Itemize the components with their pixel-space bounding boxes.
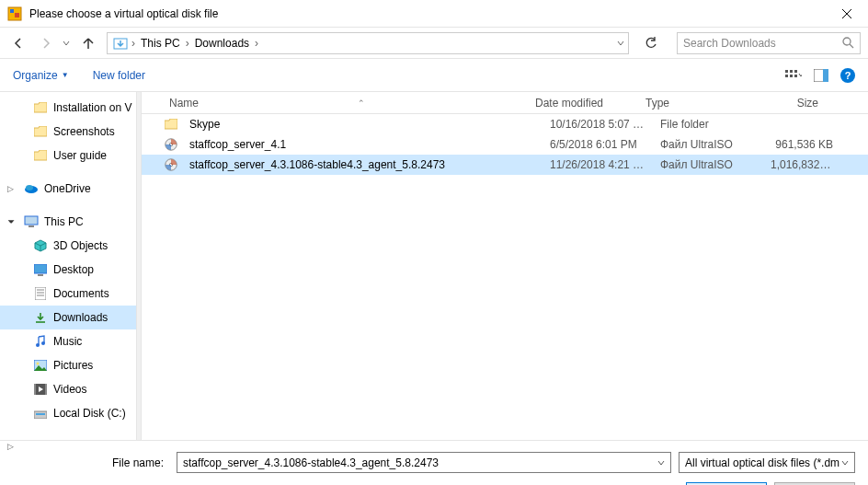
tree-label: Music <box>53 335 82 348</box>
downloads-icon <box>33 310 48 325</box>
filename-input[interactable] <box>183 456 652 469</box>
file-date: 6/5/2018 6:01 PM <box>544 138 655 151</box>
file-row[interactable]: Skype10/16/2018 5:07 PMFile folder <box>142 114 868 134</box>
filename-combobox[interactable] <box>177 452 671 473</box>
search-icon[interactable] <box>842 37 854 49</box>
svg-rect-8 <box>785 70 788 73</box>
svg-point-30 <box>37 363 40 365</box>
tree-label: Downloads <box>53 311 108 324</box>
tree-item-userguide[interactable]: User guide <box>0 144 136 167</box>
svg-point-17 <box>26 185 33 191</box>
filename-label: File name: <box>13 456 169 469</box>
refresh-button[interactable] <box>640 32 662 54</box>
tree-item-thispc[interactable]: ⏷ This PC <box>0 210 136 234</box>
organize-menu[interactable]: Organize ▼ <box>13 69 69 82</box>
file-row[interactable]: staffcop_server_4.3.1086-stable4.3_agent… <box>142 155 868 175</box>
chevron-right-icon[interactable]: › <box>253 37 260 50</box>
history-dropdown[interactable] <box>63 40 72 47</box>
svg-point-27 <box>36 343 40 347</box>
help-button[interactable]: ? <box>840 68 855 83</box>
svg-rect-35 <box>36 413 45 415</box>
address-dropdown[interactable] <box>617 40 624 47</box>
pictures-icon <box>33 358 48 373</box>
tree-item-music[interactable]: Music <box>0 329 136 353</box>
column-header-date[interactable]: Date modified <box>530 97 640 110</box>
svg-line-7 <box>850 44 853 48</box>
svg-point-6 <box>843 38 851 45</box>
tree-item-network[interactable]: ▷ Network <box>0 434 136 440</box>
tree-label: Documents <box>53 287 109 300</box>
tree-item-desktop[interactable]: Desktop <box>0 258 136 282</box>
tree-label: This PC <box>44 215 84 228</box>
tree-item-downloads[interactable]: Downloads <box>0 306 136 329</box>
column-header-type[interactable]: Type <box>640 97 750 110</box>
navigation-bar: › This PC › Downloads › <box>0 28 868 59</box>
column-header-name[interactable]: Name⌃ <box>164 97 530 110</box>
svg-point-28 <box>41 341 45 345</box>
breadcrumb-downloads[interactable]: Downloads <box>191 37 253 50</box>
file-type: Файл UltraISO <box>655 138 765 151</box>
close-button[interactable] <box>826 0 868 28</box>
collapse-icon[interactable]: ⏷ <box>7 217 16 226</box>
filter-label: All virtual optical disk files (*.dm <box>685 456 839 469</box>
tree-label: Desktop <box>53 263 94 276</box>
svg-rect-15 <box>823 69 828 82</box>
desktop-icon <box>33 262 48 277</box>
disk-icon <box>33 406 48 421</box>
tree-item-installation[interactable]: Installation on V <box>0 96 136 120</box>
file-type-filter[interactable]: All virtual optical disk files (*.dm <box>679 452 855 473</box>
svg-rect-22 <box>35 287 46 300</box>
search-input[interactable] <box>683 37 842 50</box>
downloads-location-icon <box>111 34 130 52</box>
file-rows[interactable]: Skype10/16/2018 5:07 PMFile folderstaffc… <box>142 114 868 440</box>
onedrive-icon <box>24 181 39 196</box>
expand-icon[interactable]: ▷ <box>7 184 14 193</box>
folder-icon <box>33 124 48 139</box>
breadcrumb-thispc[interactable]: This PC <box>137 37 184 50</box>
tree-label: User guide <box>53 149 107 162</box>
view-options-button[interactable] <box>783 65 804 86</box>
tree-item-screenshots[interactable]: Screenshots <box>0 120 136 144</box>
network-icon <box>24 439 39 440</box>
thispc-icon <box>24 214 39 229</box>
address-bar[interactable]: › This PC › Downloads › <box>107 32 629 54</box>
tree-item-pictures[interactable]: Pictures <box>0 353 136 377</box>
chevron-right-icon[interactable]: › <box>184 37 191 50</box>
svg-rect-12 <box>790 75 793 77</box>
column-header-size[interactable]: Size <box>750 97 824 110</box>
forward-button[interactable] <box>35 32 57 54</box>
chevron-down-icon[interactable] <box>652 459 665 467</box>
tree-label: OneDrive <box>44 182 91 195</box>
tree-item-documents[interactable]: Documents <box>0 282 136 306</box>
svg-rect-1 <box>10 9 14 13</box>
preview-pane-button[interactable] <box>811 65 831 86</box>
tree-item-localdisk[interactable]: Local Disk (C:) <box>0 401 136 425</box>
search-box[interactable] <box>677 32 861 54</box>
disc-icon <box>164 157 178 172</box>
file-type: Файл UltraISO <box>655 158 765 171</box>
tree-label: 3D Objects <box>53 239 108 252</box>
navigation-tree[interactable]: Installation on V Screenshots User guide… <box>0 92 136 440</box>
file-size: 961,536 KB <box>765 138 839 151</box>
tree-item-videos[interactable]: Videos <box>0 377 136 401</box>
col-name-label: Name <box>169 97 199 110</box>
title-bar: Please choose a virtual optical disk fil… <box>0 0 868 28</box>
tree-label: Screenshots <box>53 125 115 138</box>
chevron-right-icon[interactable]: › <box>130 37 137 50</box>
svg-rect-13 <box>794 75 797 77</box>
svg-rect-19 <box>29 225 34 227</box>
footer: File name: All virtual optical disk file… <box>0 440 868 485</box>
documents-icon <box>33 286 48 301</box>
videos-icon <box>33 382 48 397</box>
back-button[interactable] <box>7 32 29 54</box>
tree-item-onedrive[interactable]: ▷ OneDrive <box>0 177 136 201</box>
sort-indicator-icon: ⌃ <box>199 98 524 108</box>
up-button[interactable] <box>77 32 99 54</box>
organize-label: Organize <box>13 69 58 82</box>
tree-label: Local Disk (C:) <box>53 407 126 420</box>
file-row[interactable]: staffcop_server_4.16/5/2018 6:01 PMФайл … <box>142 134 868 155</box>
tree-item-3dobjects[interactable]: 3D Objects <box>0 234 136 258</box>
file-name: staffcop_server_4.3.1086-stable4.3_agent… <box>184 158 544 171</box>
new-folder-button[interactable]: New folder <box>93 69 145 82</box>
body-area: Installation on V Screenshots User guide… <box>0 92 868 440</box>
